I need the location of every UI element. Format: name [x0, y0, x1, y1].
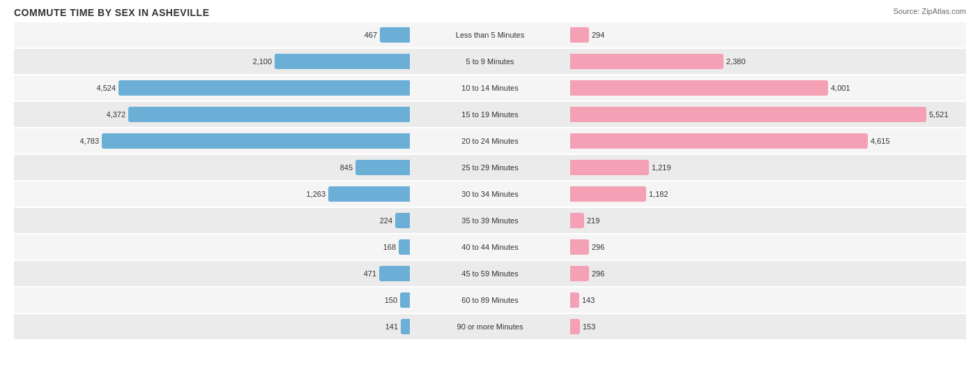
male-value: 471	[364, 269, 376, 278]
table-row: 150 60 to 89 Minutes 143	[14, 288, 966, 313]
female-bar	[570, 133, 868, 149]
left-section: 2,100	[252, 49, 490, 74]
table-row: 467 Less than 5 Minutes 294	[14, 22, 966, 47]
male-bar	[102, 133, 410, 149]
row-label: 20 to 24 Minutes	[461, 137, 518, 145]
row-label: 90 or more Minutes	[457, 322, 523, 331]
female-value: 4,615	[871, 137, 890, 145]
row-label: Less than 5 Minutes	[456, 31, 524, 39]
male-value: 141	[385, 322, 398, 331]
table-row: 2,100 5 to 9 Minutes 2,380	[14, 49, 966, 74]
male-bar	[379, 266, 410, 281]
male-value: 2,100	[252, 57, 272, 66]
female-value: 219	[587, 216, 599, 225]
row-label: 60 to 89 Minutes	[461, 296, 518, 304]
male-bar	[395, 213, 410, 228]
row-label: 15 to 19 Minutes	[461, 110, 518, 119]
male-bar	[275, 54, 410, 69]
male-bar	[355, 160, 410, 175]
female-value: 1,182	[649, 190, 668, 198]
male-bar	[400, 292, 410, 308]
table-row: 168 40 to 44 Minutes 296	[14, 234, 966, 260]
male-bar	[380, 27, 410, 43]
female-bar	[570, 266, 589, 281]
female-value: 153	[583, 322, 595, 331]
female-value: 1,219	[652, 163, 671, 172]
female-value: 296	[592, 243, 604, 251]
female-value: 2,380	[726, 57, 746, 66]
chart-area: 467 Less than 5 Minutes 294 2,100 5 to 9…	[14, 22, 966, 314]
table-row: 4,524 10 to 14 Minutes 4,001	[14, 75, 966, 100]
row-label: 30 to 34 Minutes	[461, 190, 518, 198]
row-label: 5 to 9 Minutes	[466, 57, 514, 66]
male-value: 4,524	[96, 84, 116, 92]
table-row: 471 45 to 59 Minutes 296	[14, 261, 966, 286]
male-value: 150	[385, 296, 397, 304]
female-bar	[570, 213, 584, 228]
male-bar	[401, 319, 410, 334]
right-section: 2,380	[490, 49, 746, 74]
row-label: 25 to 29 Minutes	[461, 163, 518, 172]
row-label: 45 to 59 Minutes	[461, 269, 518, 278]
source-label: Source: ZipAtlas.com	[893, 7, 966, 15]
female-bar	[570, 27, 589, 43]
row-label: 40 to 44 Minutes	[461, 243, 518, 251]
male-value: 1,263	[306, 190, 326, 198]
table-row: 845 25 to 29 Minutes 1,219	[14, 155, 966, 180]
female-value: 296	[592, 269, 604, 278]
female-bar	[570, 319, 580, 334]
female-bar	[570, 292, 579, 308]
table-row: 224 35 to 39 Minutes 219	[14, 208, 966, 233]
male-value: 168	[383, 243, 396, 251]
male-value: 4,372	[106, 110, 125, 119]
right-section: 4,001	[490, 75, 850, 100]
table-row: 141 90 or more Minutes 153	[14, 314, 966, 339]
female-bar	[570, 107, 926, 122]
left-section: 4,372	[106, 102, 490, 127]
male-value: 467	[365, 31, 377, 39]
female-value: 143	[582, 296, 595, 304]
female-value: 5,521	[929, 110, 949, 119]
female-bar	[570, 54, 723, 69]
table-row: 1,263 30 to 34 Minutes 1,182	[14, 181, 966, 207]
male-value: 224	[380, 216, 392, 225]
row-label: 35 to 39 Minutes	[461, 216, 518, 225]
male-value: 4,783	[79, 137, 99, 145]
male-bar	[399, 239, 410, 255]
left-section: 4,783	[79, 128, 490, 154]
female-value: 294	[592, 31, 604, 39]
male-bar	[328, 186, 410, 202]
left-section: 4,524	[96, 75, 490, 100]
female-bar	[570, 186, 646, 202]
chart-container: COMMUTE TIME BY SEX IN ASHEVILLE Source:…	[0, 0, 980, 365]
right-section: 4,615	[490, 128, 890, 154]
female-bar	[570, 80, 828, 96]
chart-title: COMMUTE TIME BY SEX IN ASHEVILLE	[14, 7, 966, 18]
table-row: 4,783 20 to 24 Minutes 4,615	[14, 128, 966, 154]
male-bar	[118, 80, 410, 96]
male-bar	[128, 107, 410, 122]
table-row: 4,372 15 to 19 Minutes 5,521	[14, 102, 966, 127]
female-bar	[570, 160, 649, 175]
male-value: 845	[340, 163, 353, 172]
female-bar	[570, 239, 589, 255]
row-label: 10 to 14 Minutes	[461, 84, 518, 92]
right-section: 5,521	[490, 102, 949, 127]
female-value: 4,001	[831, 84, 850, 92]
